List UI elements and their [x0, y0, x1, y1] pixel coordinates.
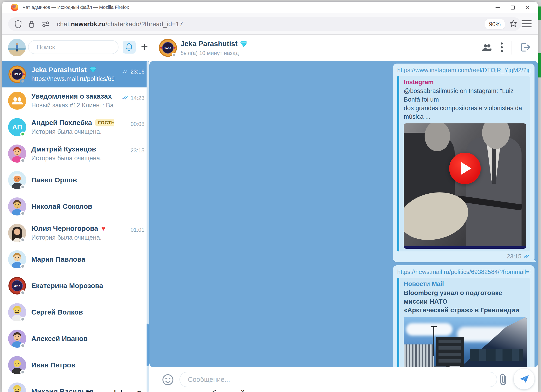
message-time: 23:15✓✓ — [397, 253, 530, 260]
chat-name: Уведомления о заказах — [31, 92, 112, 100]
chat-partner-name: Jeka Parashutist — [180, 40, 247, 48]
minimize-icon — [495, 7, 500, 8]
minimize-button[interactable] — [490, 2, 505, 13]
chat-name: Андрей Похлебка — [31, 119, 92, 127]
chat-list-item[interactable]: АП Андрей Похлебка ГОСТЬ История была оч… — [2, 114, 149, 140]
divider — [512, 41, 512, 54]
background-window-sliver — [538, 53, 541, 78]
lock-icon[interactable] — [28, 20, 35, 29]
maximize-button[interactable] — [505, 2, 520, 13]
window-title: Чат админов — Исходный файл — Mozilla Fi… — [22, 5, 129, 10]
play-button[interactable] — [449, 153, 481, 184]
status-dot — [20, 343, 25, 348]
play-icon — [461, 162, 471, 175]
title-bar: Чат админов — Исходный файл — Mozilla Fi… — [2, 2, 538, 13]
new-chat-button[interactable]: + — [139, 39, 149, 54]
message-input[interactable] — [179, 372, 497, 387]
my-profile-avatar[interactable] — [8, 39, 26, 56]
chat-last-message: Новый заказ #12 Клиент: Василий Алибабае… — [31, 102, 114, 109]
paperclip-icon — [498, 373, 509, 386]
chat-time: 00:08 — [130, 121, 145, 127]
preview-title: Bloomberg узнал о подготовке миссии НАТО… — [404, 288, 527, 314]
svg-text:WAX: WAX — [14, 73, 21, 76]
chat-name: Павел Орлов — [31, 176, 77, 184]
message-link[interactable]: https://news.mail.ru/politics/69382584/?… — [397, 268, 530, 276]
status-dot — [20, 264, 25, 269]
chat-name: Николай Соколов — [31, 203, 92, 210]
chat-name: Мария Павлова — [31, 255, 85, 263]
chat-header: WAX Jeka Parashutist был(а) 10 минут наз… — [149, 35, 538, 61]
chat-last-message: История была очищена. — [31, 155, 114, 162]
chat-list-item[interactable]: Павел Орлов — [2, 167, 149, 193]
chat-list-item[interactable]: Николай Соколов — [2, 193, 149, 220]
chat-time: 23:15 — [130, 147, 145, 154]
message-input-bar — [149, 367, 538, 392]
bookmark-star-icon[interactable] — [509, 19, 518, 29]
svg-text:WAX: WAX — [164, 46, 172, 50]
chat-list-item[interactable]: Юлия Черногорова ♥ История была очищена.… — [2, 220, 149, 246]
chat-name: Сергей Волков — [31, 308, 83, 316]
more-options-button[interactable] — [500, 42, 503, 54]
chat-name: Юлия Черногорова — [31, 225, 98, 232]
chat-list-item[interactable]: Дмитрий Кузнецов История была очищена. 2… — [2, 140, 149, 167]
chat-avatar — [8, 92, 26, 110]
members-button[interactable] — [481, 43, 492, 53]
preview-description: @bossabrasilmusic on Instagram: "Luiz Bo… — [404, 87, 527, 121]
emoji-button[interactable] — [162, 374, 174, 386]
partner-status-dot — [172, 53, 176, 57]
close-button[interactable]: ✕ — [520, 2, 535, 13]
chat-time: 23:16 — [130, 68, 145, 75]
search-box — [28, 40, 119, 54]
chat-list-item[interactable]: Уведомления о заказах Новый заказ #12 Кл… — [2, 88, 149, 114]
status-dot — [20, 79, 25, 84]
read-checks-icon: ✓✓ — [121, 94, 129, 102]
diamond-icon — [240, 41, 247, 47]
sidebar-scrollbar-thumb[interactable] — [146, 324, 149, 366]
message-link[interactable]: https://www.instagram.com/reel/DTOjR_Yjq… — [397, 67, 530, 74]
chat-last-message: https://news.mail.ru/politics/69382584/?… — [31, 75, 114, 83]
read-checks-icon: ✓✓ — [121, 68, 129, 75]
status-dot — [20, 370, 25, 375]
preview-site-name: Instagram — [404, 79, 527, 86]
permissions-icon[interactable] — [41, 20, 50, 29]
preview-site-name: Новости Mail — [404, 280, 527, 288]
status-dot — [20, 184, 25, 189]
search-input[interactable] — [29, 41, 118, 54]
shield-icon[interactable] — [14, 20, 22, 29]
zoom-level-badge[interactable]: 90% — [485, 19, 505, 29]
page-bottom-cutoff-text: • Drag-and-drop: Быстрая отправка изобра… — [82, 389, 537, 392]
read-checks-icon: ✓✓ — [523, 253, 530, 260]
leave-chat-button[interactable] — [520, 42, 531, 53]
outgoing-message: https://www.instagram.com/reel/DTOjR_Yjq… — [393, 63, 535, 262]
notifications-button[interactable] — [123, 41, 136, 54]
last-seen-status: был(а) 10 минут назад — [180, 50, 239, 56]
maximize-icon — [511, 5, 515, 10]
chat-list-item[interactable]: Сергей Волков — [2, 299, 149, 325]
chat-list-item[interactable]: Иван Петров — [2, 352, 149, 378]
hamburger-menu-button[interactable] — [521, 19, 532, 29]
chat-app: + WAX Jeka Parashutist https://news.mail… — [2, 35, 538, 392]
attach-file-button[interactable] — [498, 373, 509, 387]
chat-list-item[interactable]: Мария Павлова — [2, 246, 149, 272]
chat-list-item[interactable]: WAX Jeka Parashutist https://news.mail.r… — [2, 61, 149, 88]
svg-text:WAX: WAX — [14, 284, 21, 288]
url-bar[interactable]: chat.newsrbk.ru/chaterkado/?thread_id=17… — [8, 17, 521, 31]
url-text: chat.newsrbk.ru/chaterkado/?thread_id=17 — [57, 21, 183, 28]
background-window-sliver — [538, 6, 541, 20]
chat-column: WAX Jeka Parashutist был(а) 10 минут наз… — [149, 35, 538, 392]
messages-area: https://www.instagram.com/reel/DTOjR_Yjq… — [149, 61, 538, 367]
chat-list-item[interactable]: Алексей Иванов — [2, 325, 149, 352]
chat-last-message: История была очищена. — [31, 234, 114, 241]
guest-badge: ГОСТЬ — [95, 119, 114, 126]
chat-name: Иван Петров — [31, 361, 75, 369]
status-dot — [20, 237, 25, 242]
send-plane-icon — [519, 374, 529, 384]
chat-list-item[interactable]: WAX Екатерина Морозова — [2, 272, 149, 299]
chat-name: Дмитрий Кузнецов — [31, 145, 96, 153]
firefox-window: Чат админов — Исходный файл — Mozilla Fi… — [2, 1, 538, 392]
link-preview-card[interactable]: Instagram @bossabrasilmusic on Instagram… — [397, 76, 530, 251]
sidebar-header: + — [2, 35, 149, 61]
video-preview[interactable] — [404, 123, 526, 249]
status-dot — [20, 158, 25, 163]
send-button[interactable] — [514, 369, 535, 389]
